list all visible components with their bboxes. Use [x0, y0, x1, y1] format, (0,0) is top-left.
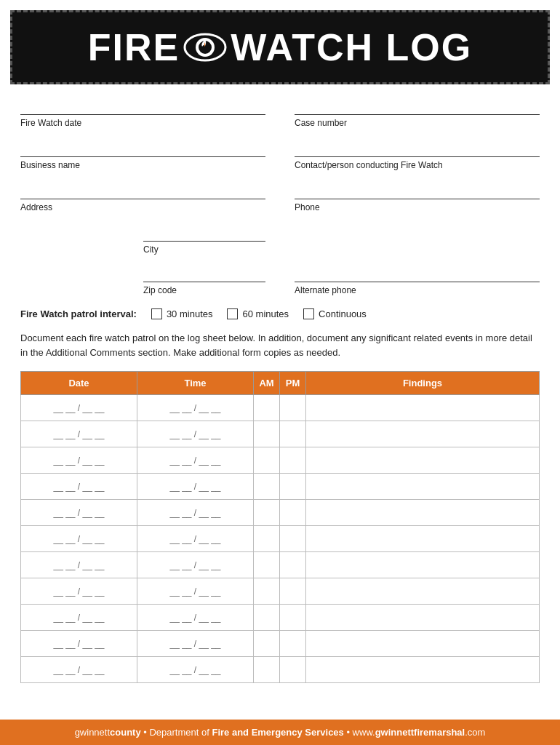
footer-gwinnett-text: gwinnett — [75, 727, 110, 738]
cell-findings-4[interactable] — [306, 500, 540, 526]
fire-watch-date-label: Fire Watch date — [20, 118, 265, 128]
cell-pm-6[interactable] — [280, 552, 306, 578]
patrol-interval-label: Fire Watch patrol interval: — [20, 308, 137, 319]
cell-am-8[interactable] — [254, 605, 280, 631]
cell-findings-9[interactable] — [306, 631, 540, 657]
table-row: __ __ / __ __ __ __ / __ __ — [21, 605, 540, 631]
alt-phone-input[interactable] — [295, 266, 540, 282]
zip-input[interactable] — [143, 266, 265, 282]
cell-time-0[interactable]: __ __ / __ __ — [137, 395, 254, 421]
checkbox-continuous-box[interactable] — [303, 308, 314, 319]
city-input[interactable] — [143, 226, 265, 242]
cell-findings-0[interactable] — [306, 395, 540, 421]
cell-pm-9[interactable] — [280, 631, 306, 657]
cell-am-10[interactable] — [254, 657, 280, 683]
row-business-contact: Business name Contact/person conducting … — [20, 141, 540, 170]
cell-pm-3[interactable] — [280, 474, 306, 500]
cell-date-9[interactable]: __ __ / __ __ — [21, 631, 137, 657]
cell-date-8[interactable]: __ __ / __ __ — [21, 605, 137, 631]
cell-findings-10[interactable] — [306, 657, 540, 683]
instructions-text: Document each fire watch patrol on the l… — [20, 331, 540, 359]
cell-am-3[interactable] — [254, 474, 280, 500]
label-30min: 30 minutes — [167, 308, 213, 319]
cell-date-0[interactable]: __ __ / __ __ — [21, 395, 137, 421]
address-input[interactable] — [20, 183, 265, 199]
cell-pm-0[interactable] — [280, 395, 306, 421]
fire-watch-date-input[interactable] — [20, 99, 265, 115]
row-address-phone: Address Phone — [20, 183, 540, 212]
table-row: __ __ / __ __ __ __ / __ __ — [21, 526, 540, 552]
field-phone: Phone — [295, 183, 540, 212]
form-area: Fire Watch date Case number Business nam… — [0, 84, 560, 711]
table-row: __ __ / __ __ __ __ / __ __ — [21, 631, 540, 657]
cell-pm-7[interactable] — [280, 578, 306, 605]
cell-date-7[interactable]: __ __ / __ __ — [21, 578, 137, 605]
city-label: City — [143, 244, 265, 255]
table-row: __ __ / __ __ __ __ / __ __ — [21, 578, 540, 605]
checkbox-30min[interactable]: 30 minutes — [151, 308, 213, 319]
business-name-input[interactable] — [20, 141, 265, 157]
cell-time-6[interactable]: __ __ / __ __ — [137, 552, 254, 578]
cell-am-7[interactable] — [254, 578, 280, 605]
footer-gwinnett: gwinnettcounty • Department of Fire and … — [75, 727, 486, 738]
cell-date-2[interactable]: __ __ / __ __ — [21, 447, 137, 474]
cell-time-5[interactable]: __ __ / __ __ — [137, 526, 254, 552]
footer-domain-bold: gwinnettfiremarshal — [375, 727, 465, 738]
cell-date-1[interactable]: __ __ / __ __ — [21, 421, 137, 447]
field-city-zip-group: City Zip code — [20, 226, 265, 295]
header-banner: FIRE WATCH LOG — [10, 10, 550, 84]
cell-date-5[interactable]: __ __ / __ __ — [21, 526, 137, 552]
cell-findings-7[interactable] — [306, 578, 540, 605]
cell-pm-10[interactable] — [280, 657, 306, 683]
business-name-label: Business name — [20, 160, 265, 170]
cell-am-4[interactable] — [254, 500, 280, 526]
case-number-input[interactable] — [295, 99, 540, 115]
cell-time-8[interactable]: __ __ / __ __ — [137, 605, 254, 631]
cell-time-9[interactable]: __ __ / __ __ — [137, 631, 254, 657]
footer: gwinnettcounty • Department of Fire and … — [0, 720, 560, 745]
cell-time-7[interactable]: __ __ / __ __ — [137, 578, 254, 605]
cell-pm-5[interactable] — [280, 526, 306, 552]
cell-time-1[interactable]: __ __ / __ __ — [137, 421, 254, 447]
checkbox-30min-box[interactable] — [151, 308, 162, 319]
cell-pm-8[interactable] — [280, 605, 306, 631]
address-label: Address — [20, 202, 265, 212]
field-contact: Contact/person conducting Fire Watch — [295, 141, 540, 170]
cell-findings-8[interactable] — [306, 605, 540, 631]
cell-am-1[interactable] — [254, 421, 280, 447]
cell-findings-3[interactable] — [306, 474, 540, 500]
cell-time-10[interactable]: __ __ / __ __ — [137, 657, 254, 683]
cell-time-2[interactable]: __ __ / __ __ — [137, 447, 254, 474]
label-60min: 60 minutes — [242, 308, 289, 319]
cell-pm-2[interactable] — [280, 447, 306, 474]
cell-am-9[interactable] — [254, 631, 280, 657]
cell-findings-2[interactable] — [306, 447, 540, 474]
cell-am-5[interactable] — [254, 526, 280, 552]
field-city: City — [143, 226, 265, 255]
checkbox-continuous[interactable]: Continuous — [303, 308, 367, 319]
case-number-label: Case number — [295, 118, 540, 128]
cell-am-2[interactable] — [254, 447, 280, 474]
cell-time-3[interactable]: __ __ / __ __ — [137, 474, 254, 500]
col-header-pm: PM — [280, 372, 306, 395]
cell-date-10[interactable]: __ __ / __ __ — [21, 657, 137, 683]
cell-findings-1[interactable] — [306, 421, 540, 447]
cell-date-4[interactable]: __ __ / __ __ — [21, 500, 137, 526]
cell-date-3[interactable]: __ __ / __ __ — [21, 474, 137, 500]
cell-am-0[interactable] — [254, 395, 280, 421]
checkbox-60min[interactable]: 60 minutes — [227, 308, 289, 319]
phone-input[interactable] — [295, 183, 540, 199]
cell-date-6[interactable]: __ __ / __ __ — [21, 552, 137, 578]
cell-findings-6[interactable] — [306, 552, 540, 578]
checkbox-60min-box[interactable] — [227, 308, 238, 319]
patrol-interval-row: Fire Watch patrol interval: 30 minutes 6… — [20, 308, 540, 319]
cell-am-6[interactable] — [254, 552, 280, 578]
cell-pm-4[interactable] — [280, 500, 306, 526]
contact-input[interactable] — [295, 141, 540, 157]
field-case-number: Case number — [295, 99, 540, 128]
field-business-name: Business name — [20, 141, 265, 170]
cell-time-4[interactable]: __ __ / __ __ — [137, 500, 254, 526]
cell-pm-1[interactable] — [280, 421, 306, 447]
field-alt-phone: Alternate phone — [295, 266, 540, 295]
cell-findings-5[interactable] — [306, 526, 540, 552]
